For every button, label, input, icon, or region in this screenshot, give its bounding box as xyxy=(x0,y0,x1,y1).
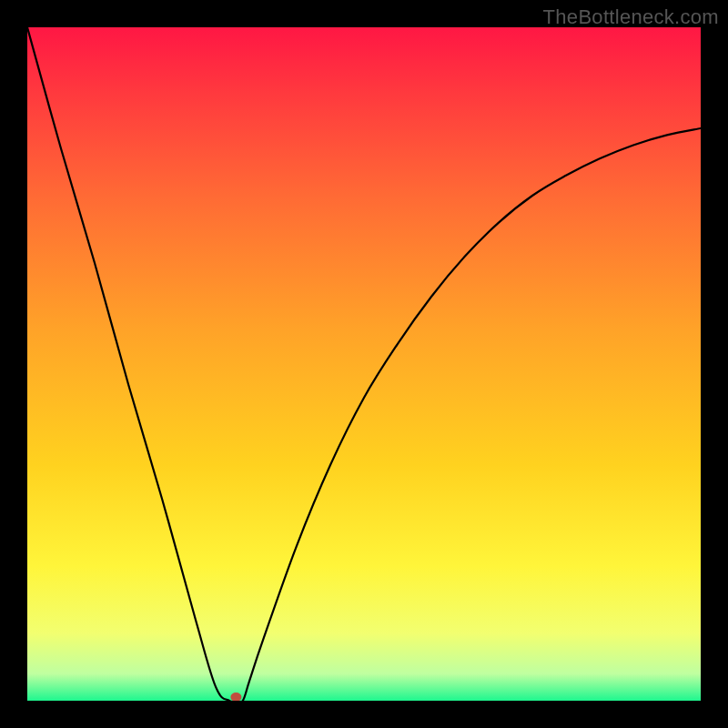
plot-area xyxy=(27,27,701,701)
chart-svg xyxy=(27,27,701,701)
watermark-text: TheBottleneck.com xyxy=(543,5,719,29)
gradient-background xyxy=(27,27,701,701)
chart-frame: TheBottleneck.com xyxy=(0,0,728,728)
